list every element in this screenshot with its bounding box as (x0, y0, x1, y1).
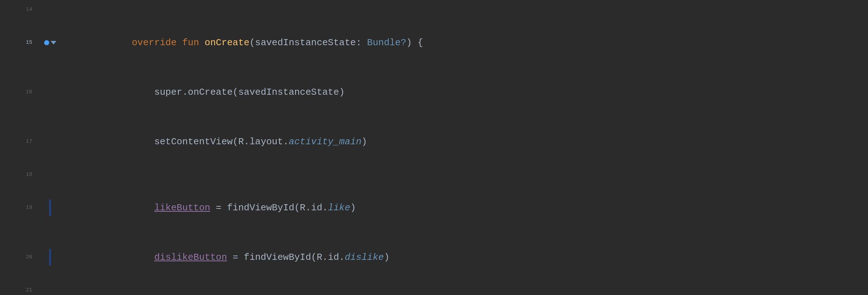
token: ) (350, 202, 356, 213)
line-content-15: override fun onCreate(savedInstanceState… (61, 18, 868, 67)
token: . (322, 252, 328, 263)
token: Bundle? (367, 37, 406, 48)
code-line-19: 19 likeButton = findViewById(R.id.like) (0, 183, 868, 233)
line-number-14: 14 (0, 1, 39, 18)
token: findViewById (227, 202, 294, 213)
token: ( (249, 37, 255, 48)
breakpoint-icon[interactable] (44, 40, 49, 45)
code-line-16: 16 super.onCreate(savedInstanceState) (0, 67, 868, 117)
token: ( (233, 136, 238, 147)
token: . (339, 252, 345, 263)
code-line-18: 18 (0, 167, 868, 183)
line-number-16: 16 (0, 84, 39, 100)
line-number-17: 17 (0, 134, 39, 150)
line-number-19: 19 (0, 200, 39, 216)
blue-bookmark (49, 200, 51, 216)
token: R (317, 252, 322, 263)
token: layout (249, 136, 283, 147)
code-line-20: 20 dislikeButton = findViewById(R.id.dis… (0, 233, 868, 282)
token: ( (311, 252, 317, 263)
token: override (109, 37, 182, 48)
token: ) (339, 87, 345, 98)
token: ( (233, 87, 238, 98)
token (109, 202, 154, 213)
token: ( (294, 202, 300, 213)
token: activity_main (289, 136, 361, 147)
token (109, 252, 154, 263)
token: . (283, 136, 289, 147)
token: ) (384, 252, 389, 263)
code-content: 14 15 override fun onCreate(savedInstanc… (0, 0, 868, 295)
token: . (305, 202, 311, 213)
token: likeButton (154, 202, 210, 213)
code-line-17: 17 setContentView(R.layout.activity_main… (0, 117, 868, 167)
fold-icon[interactable] (51, 41, 56, 45)
token: . (322, 202, 328, 213)
line-content-19: likeButton = findViewById(R.id.like) (61, 183, 868, 233)
code-editor: 14 15 override fun onCreate(savedInstanc… (0, 0, 868, 295)
token: R (238, 136, 244, 147)
token: setContentView (109, 136, 233, 147)
token: super (109, 87, 182, 98)
token: dislike (345, 252, 384, 263)
token: . (244, 136, 249, 147)
gutter-15 (39, 40, 61, 45)
token: id (311, 202, 322, 213)
token: findViewById (244, 252, 311, 263)
line-number-21: 21 (0, 282, 39, 295)
token: ) (361, 136, 367, 147)
token: savedInstanceState (238, 87, 339, 98)
code-line-21: 21 (0, 282, 868, 295)
token: . (182, 87, 188, 98)
token: id (328, 252, 339, 263)
token: fun (182, 37, 205, 48)
line-content-20: dislikeButton = findViewById(R.id.dislik… (61, 233, 868, 282)
line-number-18: 18 (0, 167, 39, 183)
token: like (328, 202, 350, 213)
line-number-20: 20 (0, 249, 39, 266)
token: dislikeButton (154, 252, 227, 263)
token: onCreate (205, 37, 249, 48)
token: : (356, 37, 367, 48)
token: R (300, 202, 305, 213)
blue-bookmark-2 (49, 249, 51, 266)
token: ) { (406, 37, 423, 48)
token: = (210, 202, 227, 213)
line-content-16: super.onCreate(savedInstanceState) (61, 67, 868, 117)
code-line-15: 15 override fun onCreate(savedInstanceSt… (0, 18, 868, 67)
code-line-14: 14 (0, 1, 868, 18)
line-number-15: 15 (0, 34, 39, 51)
line-content-17: setContentView(R.layout.activity_main) (61, 117, 868, 167)
token: = (227, 252, 244, 263)
token: onCreate (188, 87, 233, 98)
token: savedInstanceState (255, 37, 356, 48)
